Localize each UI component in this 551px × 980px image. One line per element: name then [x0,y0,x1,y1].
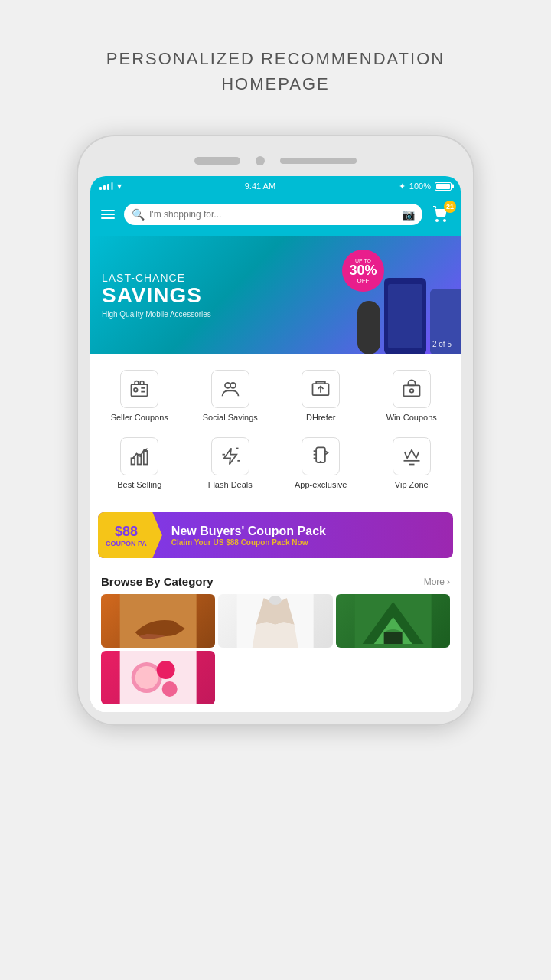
svg-rect-14 [316,447,325,462]
nav-win-coupons[interactable]: Win Coupons [367,366,458,426]
dress-image [218,594,332,648]
search-bar[interactable]: 🔍 📷 [124,204,422,225]
phone-frame: ▾ 9:41 AM ✦ 100% � [77,135,474,726]
flash-deals-icon [211,437,249,475]
category-makeup[interactable] [101,651,215,704]
shoes-image [101,594,215,648]
wifi-icon: ▾ [117,181,122,191]
browse-title: Browse By Category [101,575,214,588]
menu-icon[interactable] [98,207,118,222]
app-exclusive-label: App-exclusive [295,480,347,489]
phone-screen: ▾ 9:41 AM ✦ 100% � [90,176,461,712]
coupon-tag: $88 COUPON PA [98,512,162,558]
coupon-sub-post: Coupon Pack Now [239,538,308,547]
status-bar: ▾ 9:41 AM ✦ 100% [90,176,461,196]
best-selling-icon [120,437,158,475]
svg-point-3 [230,383,236,388]
seller-coupons-label: Seller Coupons [111,413,168,422]
browse-more-label: More [424,577,445,587]
nav-social-savings[interactable]: Social Savings [185,366,276,426]
banner-text: LAST-CHANCE SAVINGS High Quality Mobile … [102,272,449,319]
nav-app-exclusive[interactable]: App-exclusive [276,433,367,493]
svg-point-17 [269,596,282,605]
page-title: PERSONALIZED RECOMMENDATION HOMEPAGE [106,46,445,96]
coupon-sub-highlight: US $88 [214,538,239,547]
hero-banner[interactable]: LAST-CHANCE SAVINGS High Quality Mobile … [90,236,461,354]
cart-badge: 21 [444,201,456,213]
best-selling-label: Best Selling [117,480,161,489]
category-tent[interactable] [336,594,450,648]
social-savings-label: Social Savings [203,413,258,422]
vip-zone-label: Vip Zone [395,480,429,489]
menu-line [101,210,115,211]
signal-bar-3 [107,184,109,190]
makeup-image [101,651,215,704]
cart-button[interactable]: 21 [429,202,453,227]
signal-bar-1 [99,187,102,190]
coupon-banner[interactable]: $88 COUPON PA New Buyers' Coupon Pack Cl… [98,512,453,558]
win-coupons-label: Win Coupons [386,413,437,422]
battery-pct: 100% [409,181,431,191]
dhrefer-label: DHrefer [306,413,336,422]
phone-mic [280,158,357,164]
banner-line1: LAST-CHANCE [102,272,449,284]
banner-line2: SAVINGS [102,284,449,308]
menu-line [101,214,115,215]
status-left: ▾ [99,181,122,191]
coupon-tag-sub: COUPON PA [106,540,147,547]
category-row [90,594,461,712]
quick-nav-row1: Seller Coupons Social Savings [90,354,461,430]
battery-icon [435,182,452,191]
svg-rect-7 [132,458,135,464]
coupon-title: New Buyers' Coupon Pack [171,524,444,538]
tent-image [336,594,450,648]
badge-off: OFF [357,277,370,284]
dhrefer-icon [302,370,340,408]
camera-icon[interactable]: 📷 [402,208,415,220]
svg-marker-10 [224,449,236,465]
svg-point-22 [135,666,158,689]
seller-coupons-icon [120,370,158,408]
svg-point-2 [225,383,230,388]
svg-rect-5 [403,385,419,396]
battery-fill [436,184,450,189]
phone-speaker [194,157,240,165]
nav-seller-coupons[interactable]: Seller Coupons [94,366,185,426]
banner-discount-badge: UP TO 30% OFF [342,250,384,292]
flash-deals-label: Flash Deals [208,480,253,489]
phone-top-bar [90,149,461,176]
svg-point-1 [134,388,138,392]
coupon-text: New Buyers' Coupon Pack Claim Your US $8… [162,524,453,547]
app-header: 🔍 📷 21 [90,196,461,236]
signal-bars [99,182,113,190]
menu-line [101,217,115,219]
nav-vip-zone[interactable]: Vip Zone [367,433,458,493]
nav-best-selling[interactable]: Best Selling [94,433,185,493]
app-exclusive-icon [302,437,340,475]
search-input[interactable] [149,209,397,220]
browse-section: Browse By Category More › [90,566,461,712]
banner-line3: High Quality Mobile Accessories [102,310,449,318]
coupon-subtitle: Claim Your US $88 Coupon Pack Now [171,538,444,547]
svg-point-24 [162,681,178,697]
social-savings-icon [211,370,249,408]
browse-header: Browse By Category More › [90,566,461,594]
win-coupons-icon [393,370,431,408]
vip-zone-icon [393,437,431,475]
nav-flash-deals[interactable]: Flash Deals [185,433,276,493]
badge-pct: 30% [349,263,377,277]
signal-bar-2 [103,185,106,190]
category-shoes[interactable] [101,594,215,648]
bluetooth-icon: ✦ [399,181,406,191]
svg-point-23 [157,661,175,679]
chevron-right-icon: › [447,577,450,587]
phone-camera [256,156,265,165]
nav-dhrefer[interactable]: DHrefer [276,366,367,426]
coupon-sub-pre: Claim Your [171,538,214,547]
page-wrapper: PERSONALIZED RECOMMENDATION HOMEPAGE [0,15,551,726]
status-time: 9:41 AM [245,181,276,191]
quick-nav-row2: Best Selling Flash Deals [90,430,461,505]
category-dress[interactable] [218,594,332,648]
banner-counter: 2 of 5 [432,340,452,348]
browse-more[interactable]: More › [424,577,450,587]
